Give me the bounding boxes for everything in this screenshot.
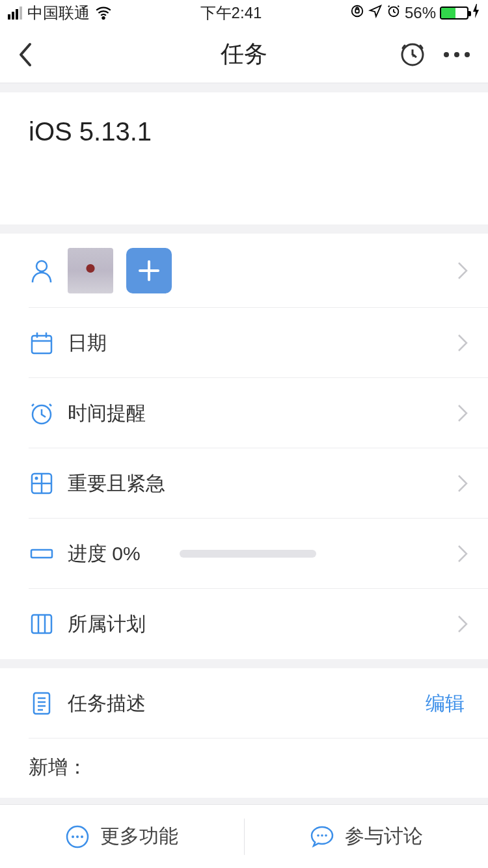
person-icon	[29, 258, 55, 284]
progress-icon	[29, 541, 55, 567]
progress-row[interactable]: 进度 0%	[0, 519, 488, 589]
assignee-avatar[interactable]	[68, 248, 113, 293]
task-title-card[interactable]: iOS 5.13.1	[0, 92, 488, 224]
svg-point-18	[317, 834, 319, 837]
add-assignee-button[interactable]	[126, 248, 172, 293]
description-label: 任务描述	[68, 690, 146, 717]
status-right: 56%	[350, 4, 480, 22]
svg-point-19	[321, 834, 323, 837]
svg-point-15	[72, 835, 74, 838]
priority-row[interactable]: 重要且紧急	[0, 448, 488, 519]
more-circle-icon	[65, 824, 90, 849]
assignee-row[interactable]	[0, 234, 488, 308]
alarm-icon	[386, 4, 401, 22]
svg-point-20	[325, 834, 327, 837]
svg-rect-7	[32, 336, 51, 353]
svg-point-17	[81, 835, 83, 838]
back-button[interactable]	[18, 42, 34, 68]
status-left: 中国联通	[8, 3, 112, 23]
chat-icon	[310, 824, 334, 849]
orientation-lock-icon	[350, 4, 364, 22]
board-icon	[29, 611, 55, 637]
svg-rect-11	[31, 550, 52, 558]
svg-point-10	[35, 477, 38, 480]
svg-rect-12	[32, 615, 51, 633]
description-section: 任务描述 编辑 新增：	[0, 668, 488, 798]
description-header-row: 任务描述 编辑	[0, 668, 488, 739]
chevron-right-icon	[457, 403, 468, 423]
clock-icon	[29, 400, 55, 426]
battery-pct: 56%	[405, 4, 436, 22]
reminder-label: 时间提醒	[68, 400, 146, 427]
charging-icon	[472, 4, 480, 22]
chevron-right-icon	[457, 474, 468, 493]
discuss-button[interactable]: 参与讨论	[245, 805, 489, 868]
chevron-right-icon	[457, 333, 468, 353]
progress-bar[interactable]	[180, 550, 316, 558]
date-label: 日期	[68, 330, 107, 357]
history-button[interactable]	[400, 42, 426, 68]
priority-label: 重要且紧急	[68, 470, 165, 497]
svg-point-0	[102, 17, 104, 19]
discuss-label: 参与讨论	[345, 823, 423, 850]
battery-icon	[440, 7, 468, 20]
description-body[interactable]: 新增：	[0, 739, 488, 798]
location-icon	[368, 4, 383, 22]
chevron-right-icon	[457, 614, 468, 634]
svg-point-16	[76, 835, 79, 838]
nav-header: 任务	[0, 26, 488, 83]
date-row[interactable]: 日期	[0, 308, 488, 378]
task-title: iOS 5.13.1	[29, 117, 459, 146]
signal-icon	[8, 7, 22, 20]
reminder-row[interactable]: 时间提醒	[0, 378, 488, 448]
status-bar: 中国联通 下午2:41 56%	[0, 0, 488, 26]
more-actions-label: 更多功能	[100, 823, 178, 850]
carrier-label: 中国联通	[27, 3, 90, 23]
document-icon	[29, 690, 55, 716]
svg-rect-2	[355, 9, 359, 13]
edit-description-button[interactable]: 编辑	[426, 690, 465, 717]
plan-row[interactable]: 所属计划	[0, 589, 488, 659]
more-button[interactable]	[444, 52, 470, 57]
bottom-bar: 更多功能 参与讨论	[0, 804, 488, 868]
more-actions-button[interactable]: 更多功能	[0, 805, 244, 868]
chevron-right-icon	[457, 544, 468, 563]
plan-label: 所属计划	[68, 611, 146, 638]
detail-list: 日期 时间提醒 重要且紧急 进度 0%	[0, 234, 488, 659]
chevron-right-icon	[457, 261, 468, 280]
quadrant-icon	[29, 470, 55, 496]
progress-label: 进度 0%	[68, 541, 141, 567]
status-time: 下午2:41	[200, 3, 262, 23]
svg-point-6	[36, 261, 47, 271]
calendar-icon	[29, 330, 55, 356]
wifi-icon	[95, 5, 112, 21]
